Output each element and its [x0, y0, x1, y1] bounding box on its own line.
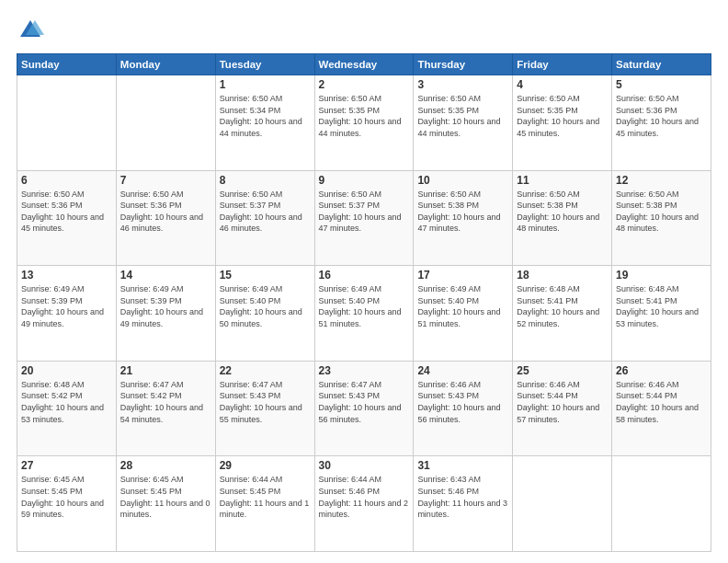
day-info: Sunrise: 6:48 AM Sunset: 5:42 PM Dayligh… — [21, 379, 112, 425]
calendar-cell: 10Sunrise: 6:50 AM Sunset: 5:38 PM Dayli… — [414, 170, 513, 266]
day-info: Sunrise: 6:47 AM Sunset: 5:43 PM Dayligh… — [319, 379, 410, 425]
day-info: Sunrise: 6:50 AM Sunset: 5:35 PM Dayligh… — [417, 93, 508, 139]
day-number: 31 — [417, 459, 508, 472]
day-info: Sunrise: 6:49 AM Sunset: 5:39 PM Dayligh… — [21, 283, 112, 329]
calendar-cell: 31Sunrise: 6:43 AM Sunset: 5:46 PM Dayli… — [414, 456, 513, 552]
day-number: 6 — [21, 174, 112, 187]
calendar-cell: 16Sunrise: 6:49 AM Sunset: 5:40 PM Dayli… — [314, 266, 414, 362]
calendar-cell: 6Sunrise: 6:50 AM Sunset: 5:36 PM Daylig… — [17, 170, 117, 266]
day-info: Sunrise: 6:50 AM Sunset: 5:38 PM Dayligh… — [517, 189, 608, 235]
day-info: Sunrise: 6:49 AM Sunset: 5:40 PM Dayligh… — [220, 283, 311, 329]
calendar-cell: 8Sunrise: 6:50 AM Sunset: 5:37 PM Daylig… — [215, 170, 314, 266]
day-info: Sunrise: 6:43 AM Sunset: 5:46 PM Dayligh… — [417, 474, 508, 520]
day-number: 16 — [319, 269, 410, 282]
calendar-cell: 26Sunrise: 6:46 AM Sunset: 5:44 PM Dayli… — [612, 361, 711, 456]
calendar-cell: 7Sunrise: 6:50 AM Sunset: 5:36 PM Daylig… — [116, 170, 215, 266]
calendar-cell: 15Sunrise: 6:49 AM Sunset: 5:40 PM Dayli… — [215, 266, 314, 362]
day-number: 24 — [417, 364, 508, 377]
day-number: 14 — [120, 269, 211, 282]
day-number: 29 — [220, 459, 311, 472]
calendar-header-row: SundayMondayTuesdayWednesdayThursdayFrid… — [17, 54, 711, 75]
day-info: Sunrise: 6:50 AM Sunset: 5:35 PM Dayligh… — [517, 93, 608, 139]
day-number: 30 — [319, 459, 410, 472]
day-info: Sunrise: 6:50 AM Sunset: 5:36 PM Dayligh… — [616, 93, 707, 139]
calendar-cell — [116, 75, 215, 171]
day-info: Sunrise: 6:46 AM Sunset: 5:44 PM Dayligh… — [616, 379, 707, 425]
calendar-cell — [612, 456, 711, 552]
day-info: Sunrise: 6:46 AM Sunset: 5:43 PM Dayligh… — [417, 379, 508, 425]
day-number: 2 — [319, 78, 410, 91]
calendar-cell: 12Sunrise: 6:50 AM Sunset: 5:38 PM Dayli… — [612, 170, 711, 266]
day-info: Sunrise: 6:48 AM Sunset: 5:41 PM Dayligh… — [616, 283, 707, 329]
calendar-week-3: 13Sunrise: 6:49 AM Sunset: 5:39 PM Dayli… — [17, 266, 711, 362]
day-number: 17 — [417, 269, 508, 282]
day-info: Sunrise: 6:45 AM Sunset: 5:45 PM Dayligh… — [120, 474, 211, 520]
calendar-cell: 30Sunrise: 6:44 AM Sunset: 5:46 PM Dayli… — [314, 456, 414, 552]
day-info: Sunrise: 6:50 AM Sunset: 5:37 PM Dayligh… — [319, 189, 410, 235]
day-number: 4 — [517, 78, 608, 91]
calendar-header-thursday: Thursday — [414, 54, 513, 75]
day-number: 27 — [21, 459, 112, 472]
calendar-cell: 3Sunrise: 6:50 AM Sunset: 5:35 PM Daylig… — [414, 75, 513, 171]
day-number: 20 — [21, 364, 112, 377]
calendar-cell — [513, 456, 612, 552]
day-number: 18 — [517, 269, 608, 282]
calendar-cell: 24Sunrise: 6:46 AM Sunset: 5:43 PM Dayli… — [414, 361, 513, 456]
calendar-cell: 13Sunrise: 6:49 AM Sunset: 5:39 PM Dayli… — [17, 266, 117, 362]
day-info: Sunrise: 6:49 AM Sunset: 5:39 PM Dayligh… — [120, 283, 211, 329]
calendar-week-5: 27Sunrise: 6:45 AM Sunset: 5:45 PM Dayli… — [17, 456, 711, 552]
calendar-cell: 25Sunrise: 6:46 AM Sunset: 5:44 PM Dayli… — [513, 361, 612, 456]
calendar-cell: 2Sunrise: 6:50 AM Sunset: 5:35 PM Daylig… — [314, 75, 414, 171]
calendar-header-tuesday: Tuesday — [215, 54, 314, 75]
day-number: 13 — [21, 269, 112, 282]
calendar-cell: 18Sunrise: 6:48 AM Sunset: 5:41 PM Dayli… — [513, 266, 612, 362]
day-number: 23 — [319, 364, 410, 377]
day-number: 21 — [120, 364, 211, 377]
calendar-week-4: 20Sunrise: 6:48 AM Sunset: 5:42 PM Dayli… — [17, 361, 711, 456]
day-number: 25 — [517, 364, 608, 377]
calendar-header-friday: Friday — [513, 54, 612, 75]
day-info: Sunrise: 6:50 AM Sunset: 5:37 PM Dayligh… — [220, 189, 311, 235]
day-info: Sunrise: 6:44 AM Sunset: 5:45 PM Dayligh… — [220, 474, 311, 520]
day-info: Sunrise: 6:50 AM Sunset: 5:38 PM Dayligh… — [616, 189, 707, 235]
day-number: 8 — [220, 174, 311, 187]
day-info: Sunrise: 6:48 AM Sunset: 5:41 PM Dayligh… — [517, 283, 608, 329]
day-number: 15 — [220, 269, 311, 282]
calendar-cell: 23Sunrise: 6:47 AM Sunset: 5:43 PM Dayli… — [314, 361, 414, 456]
day-number: 9 — [319, 174, 410, 187]
day-info: Sunrise: 6:45 AM Sunset: 5:45 PM Dayligh… — [21, 474, 112, 520]
day-number: 12 — [616, 174, 707, 187]
day-info: Sunrise: 6:46 AM Sunset: 5:44 PM Dayligh… — [517, 379, 608, 425]
day-number: 11 — [517, 174, 608, 187]
day-number: 7 — [120, 174, 211, 187]
day-number: 1 — [220, 78, 311, 91]
calendar-week-2: 6Sunrise: 6:50 AM Sunset: 5:36 PM Daylig… — [17, 170, 711, 266]
calendar-week-1: 1Sunrise: 6:50 AM Sunset: 5:34 PM Daylig… — [17, 75, 711, 171]
logo-icon — [17, 17, 44, 44]
calendar-header-sunday: Sunday — [17, 54, 117, 75]
day-number: 26 — [616, 364, 707, 377]
calendar-cell: 1Sunrise: 6:50 AM Sunset: 5:34 PM Daylig… — [215, 75, 314, 171]
calendar-cell — [17, 75, 117, 171]
calendar-header-wednesday: Wednesday — [314, 54, 414, 75]
calendar-cell: 9Sunrise: 6:50 AM Sunset: 5:37 PM Daylig… — [314, 170, 414, 266]
day-info: Sunrise: 6:50 AM Sunset: 5:36 PM Dayligh… — [21, 189, 112, 235]
calendar-cell: 29Sunrise: 6:44 AM Sunset: 5:45 PM Dayli… — [215, 456, 314, 552]
day-number: 19 — [616, 269, 707, 282]
day-number: 10 — [417, 174, 508, 187]
calendar-cell: 19Sunrise: 6:48 AM Sunset: 5:41 PM Dayli… — [612, 266, 711, 362]
day-info: Sunrise: 6:50 AM Sunset: 5:36 PM Dayligh… — [120, 189, 211, 235]
calendar-cell: 5Sunrise: 6:50 AM Sunset: 5:36 PM Daylig… — [612, 75, 711, 171]
calendar-cell: 21Sunrise: 6:47 AM Sunset: 5:42 PM Dayli… — [116, 361, 215, 456]
calendar-cell: 11Sunrise: 6:50 AM Sunset: 5:38 PM Dayli… — [513, 170, 612, 266]
calendar-table: SundayMondayTuesdayWednesdayThursdayFrid… — [17, 53, 711, 552]
page: SundayMondayTuesdayWednesdayThursdayFrid… — [0, 0, 728, 563]
day-info: Sunrise: 6:44 AM Sunset: 5:46 PM Dayligh… — [319, 474, 410, 520]
calendar-cell: 14Sunrise: 6:49 AM Sunset: 5:39 PM Dayli… — [116, 266, 215, 362]
day-info: Sunrise: 6:50 AM Sunset: 5:35 PM Dayligh… — [319, 93, 410, 139]
day-info: Sunrise: 6:49 AM Sunset: 5:40 PM Dayligh… — [417, 283, 508, 329]
day-number: 3 — [417, 78, 508, 91]
day-info: Sunrise: 6:47 AM Sunset: 5:42 PM Dayligh… — [120, 379, 211, 425]
header — [17, 17, 711, 44]
day-info: Sunrise: 6:49 AM Sunset: 5:40 PM Dayligh… — [319, 283, 410, 329]
